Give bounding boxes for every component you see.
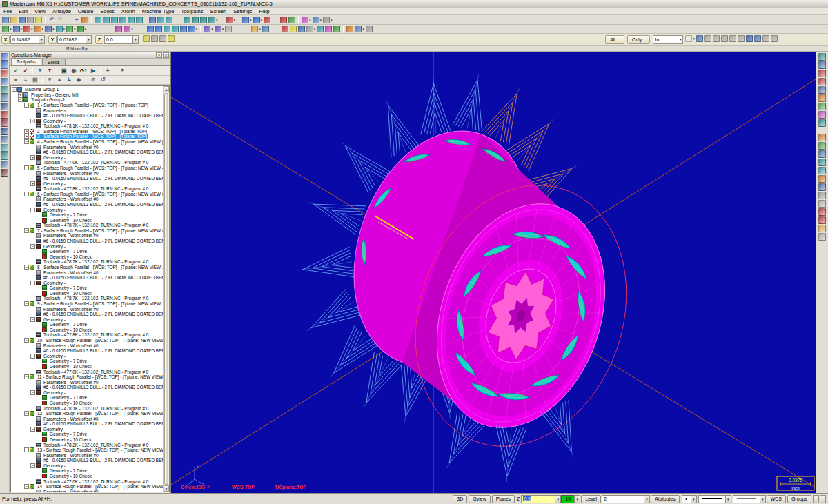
mru-solids-icon[interactable] (1, 86, 8, 94)
select-only-button[interactable]: Only... (627, 35, 651, 44)
status-z-label[interactable]: Z (517, 496, 520, 501)
rs-add-icon[interactable] (818, 142, 826, 150)
zoom-window-icon[interactable] (95, 16, 101, 23)
analyze-dynamic-icon[interactable] (81, 16, 88, 23)
rs-pencil-icon[interactable] (818, 94, 826, 102)
tree-row[interactable]: Geometry - 7 Drive (11, 322, 163, 327)
tree-row[interactable]: Parameters - Work offset #0 (11, 490, 163, 492)
scrollbar-thumb[interactable] (164, 93, 168, 485)
status-wcs-button[interactable]: WCS (767, 495, 786, 503)
raise-plane-icon[interactable] (746, 34, 753, 42)
y-coordinate-input[interactable]: 0.01682 (57, 35, 86, 44)
machine-group-props-dropdown-arrow[interactable]: ▾ (259, 27, 261, 31)
tree-row[interactable]: +2 - Surface Finish Parallel - [WCS: TOP… (11, 129, 163, 134)
regen-selected-icon[interactable]: T (36, 67, 44, 75)
tree-row[interactable]: −Geometry - (11, 427, 163, 432)
tree-expander[interactable]: − (30, 463, 35, 468)
menu-edit[interactable]: Edit (15, 8, 31, 14)
snap-nearest-icon[interactable] (771, 34, 778, 42)
tree-row[interactable]: Geometry - 7 Drive (11, 359, 163, 364)
save-file-icon[interactable] (19, 16, 26, 23)
tree-expander[interactable]: − (12, 87, 17, 92)
gview-front-icon[interactable] (192, 16, 199, 23)
x-coordinate-label[interactable]: X (1, 35, 10, 44)
tree-row[interactable]: Geometry - 10 Check (11, 327, 163, 333)
menu-toolpaths[interactable]: Toolpaths (177, 8, 206, 14)
menu-solids[interactable]: Solids (97, 8, 117, 14)
tree-row[interactable]: Parameters - Work offset #0 (11, 452, 163, 458)
trim-break-icon[interactable] (115, 26, 122, 33)
menu-xform[interactable]: Xform (118, 8, 139, 14)
tree-expander[interactable]: + (30, 181, 35, 186)
tree-row[interactable]: −Geometry - (11, 390, 163, 396)
selection-arrow-icon[interactable] (696, 34, 703, 42)
tree-expander[interactable]: − (24, 484, 29, 489)
tree-row[interactable]: −6 - Surface Rough Parallel - [WCS: TOP]… (11, 192, 163, 197)
tree-expander[interactable]: − (24, 374, 29, 379)
cursor-track-icon[interactable] (159, 35, 166, 43)
regen-dirty-icon[interactable]: T (46, 67, 54, 75)
status-z-field[interactable]: 0.0 (521, 495, 555, 503)
wcs-menu-icon[interactable]: ▾ (226, 16, 236, 23)
tree-row[interactable]: −Geometry - (11, 353, 163, 359)
tree-row[interactable]: Toolpath - 477.0K - 132-102_TURN.NC - Pr… (11, 160, 163, 165)
no-select-icon[interactable]: ⊘ (89, 76, 97, 84)
set-attributes-icon[interactable]: ▾ (323, 16, 333, 23)
status-attributes-button[interactable]: Attributes (651, 495, 680, 503)
helpers-icon[interactable]: ▾ (306, 26, 316, 33)
create-spline-dropdown-arrow[interactable]: ▾ (63, 27, 66, 31)
status-gview-button[interactable]: Gview (469, 495, 490, 503)
repaint-icon[interactable] (149, 16, 156, 23)
xform-array-dropdown-arrow[interactable]: ▾ (211, 27, 213, 31)
tree-row[interactable]: Parameters - Work offset #0 (11, 343, 163, 348)
tree-row[interactable]: Toolpath - 478.7K - 132-102_TURN.NC - Pr… (11, 259, 163, 265)
tree-row[interactable]: Toolpath - 478.1K - 132-102_TURN.NC - Pr… (11, 123, 163, 129)
xform-stretch-icon[interactable] (225, 26, 232, 33)
viewport-canvas[interactable]: YXGview:ISOWCS:TOPT/Cplane:TOP0.0375Inch (171, 52, 816, 493)
tree-row[interactable]: Parameters - Work offset #0 (11, 144, 163, 150)
tree-row[interactable]: +3 - Surface Finish Parallel - [WCS: TOP… (11, 134, 163, 139)
mru-create-line-icon[interactable] (1, 61, 8, 69)
tree-row[interactable]: −Geometry - (11, 463, 163, 469)
status-level-field[interactable]: 2 (602, 495, 644, 503)
tree-row[interactable]: Parameters - Work offset #0 (11, 233, 163, 239)
menu-settings[interactable]: Settings (230, 8, 255, 14)
tree-row[interactable]: #6 - 0.0150 ENDMILL3 BULL - 2 FL DIAMOND… (11, 150, 163, 155)
line-width-dropdown[interactable]: ▾ (760, 495, 766, 503)
tree-expander[interactable]: + (24, 129, 29, 134)
menu-analyze[interactable]: Analyze (49, 8, 75, 14)
status-color-swatch[interactable]: 10 (561, 495, 575, 503)
xform-project-icon[interactable]: ▾ (215, 26, 224, 33)
tree-row[interactable]: Geometry - 10 Check (11, 217, 163, 223)
utility-color-icon[interactable] (325, 26, 332, 33)
rs-gear-icon[interactable] (818, 53, 826, 61)
tree-expander[interactable]: − (30, 427, 35, 432)
ops-utility-2-icon[interactable]: ▾ (355, 26, 364, 33)
tree-row[interactable]: Toolpath - 477.8K - 132-102_TURN.NC - Pr… (11, 332, 163, 338)
status-extra-toggle-2[interactable] (820, 495, 826, 503)
tree-expander[interactable]: − (30, 390, 35, 395)
mru-cplane-icon[interactable] (1, 152, 8, 160)
tree-row[interactable]: −Geometry - (11, 207, 163, 212)
create-line-icon[interactable]: ▾ (13, 26, 23, 33)
tree-expander[interactable]: − (30, 281, 35, 285)
select-all-operations-icon[interactable]: ✓ (12, 67, 20, 75)
tree-row[interactable]: #6 - 0.0150 ENDMILL3 BULL - 2 FL DIAMOND… (11, 385, 163, 390)
join-entities-icon[interactable]: ▾ (124, 26, 133, 33)
tree-row[interactable]: −1 - Surface Rough Parallel - [WCS: TOP]… (11, 103, 163, 108)
status-level-button[interactable]: Level (581, 495, 601, 503)
new-file-icon[interactable] (2, 16, 9, 23)
pan-icon[interactable] (136, 16, 143, 23)
set-attributes-dropdown-arrow[interactable]: ▾ (331, 18, 333, 22)
autocursor-override-icon[interactable] (151, 35, 158, 43)
create-fillet-dropdown-arrow[interactable]: ▾ (42, 27, 44, 31)
tree-row[interactable]: #6 - 0.0150 ENDMILL3 BULL - 2 FL DIAMOND… (11, 348, 163, 354)
tree-row[interactable]: Geometry - 10 Check (11, 364, 163, 370)
tree-expander[interactable]: − (24, 338, 29, 343)
menu-help[interactable]: Help (255, 8, 273, 14)
create-point-dropdown-arrow[interactable]: ▾ (10, 27, 12, 31)
tree-row[interactable]: Parameters - Work offset #0 (11, 379, 163, 385)
z-coordinate-dropdown[interactable]: ▾ (132, 35, 139, 44)
rs-levels-icon[interactable] (818, 86, 826, 94)
mru-gview-icon[interactable] (1, 144, 8, 152)
